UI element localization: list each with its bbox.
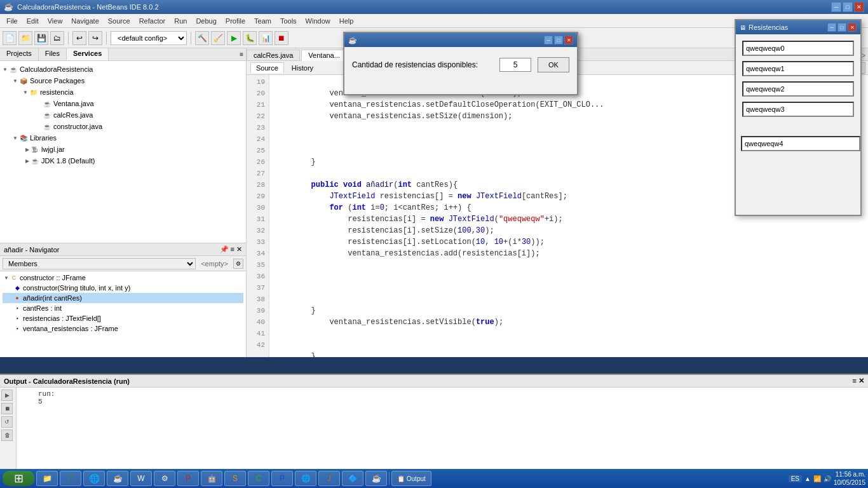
taskbar-item-sublime[interactable]: S [224,471,246,486]
tab-projects[interactable]: Projects [0,48,39,60]
codeblocks-icon: C [254,473,264,484]
tab-history[interactable]: History [287,63,318,73]
menu-profile[interactable]: Profile [222,16,249,26]
dialog-minimize-button[interactable]: ─ [544,36,553,44]
res-maximize-button[interactable]: □ [837,23,846,32]
dialog-maximize-button[interactable]: □ [554,36,563,44]
taskbar-item-browser[interactable]: 🌐 [295,471,316,486]
tab-ventana[interactable]: Ventana... [301,50,347,61]
nav-item-anadir[interactable]: ● añadir(int cantRes) [3,293,243,303]
menu-view[interactable]: View [44,16,67,26]
nav-item-constructor-class[interactable]: ▼ C constructor :: JFrame [3,273,243,283]
build-button[interactable]: 🔨 [195,31,209,45]
tree-source-packages[interactable]: ▼ 📦 Source Packages [3,75,243,86]
menu-file[interactable]: File [3,16,22,26]
output-close-icon[interactable]: ✕ [858,377,864,385]
config-dropdown[interactable]: <default config> [111,31,187,45]
nav-menu-icon[interactable]: ≡ [231,245,234,254]
nav-item-ventana[interactable]: ▪ ventana_resistencias : JFrame [3,323,243,334]
menu-debug[interactable]: Debug [192,16,220,26]
output-run-icon[interactable]: ▶ [1,390,13,401]
res-field-3[interactable] [742,102,854,117]
menu-tools[interactable]: Tools [276,16,301,26]
menu-source[interactable]: Source [104,16,134,26]
minimize-button[interactable]: ─ [831,2,841,12]
tree-lwjgl-jar[interactable]: ▶ 🗜 lwjgl.jar [3,144,243,155]
debug-button[interactable]: 🐛 [243,31,257,45]
taskbar-item-word2[interactable]: P [271,471,293,486]
tree-ventana-java[interactable]: ☕ Ventana.java [3,98,243,109]
output-menu-icon[interactable]: ≡ [853,377,857,385]
menu-navigate[interactable]: Navigate [67,16,102,26]
res-field-0[interactable] [742,41,854,56]
taskbar-item-pickit[interactable]: P [177,471,199,486]
save-button[interactable]: 💾 [34,31,48,45]
close-button[interactable]: ✕ [854,2,864,12]
taskbar-item-3d[interactable]: 🔷 [342,471,363,486]
maximize-button[interactable]: □ [843,2,853,12]
menu-team[interactable]: Team [250,16,275,26]
tree-resistencia-pkg[interactable]: ▼ 📁 resistencia [3,86,243,98]
nav-pin-icon[interactable]: 📌 [220,245,229,254]
open-project-button[interactable]: 📁 [18,31,32,45]
menu-refactor[interactable]: Refactor [135,16,170,26]
res-minimize-button[interactable]: ─ [827,23,836,32]
output-stop-icon[interactable]: ⏹ [1,403,13,414]
taskbar-item-codeblocks[interactable]: C [248,471,269,486]
tab-source[interactable]: Source [250,62,284,73]
menu-window[interactable]: Window [302,16,334,26]
stop-button[interactable]: ⏹ [275,31,288,45]
output-rerun-icon[interactable]: ↺ [1,416,13,428]
taskbar-item-chrome[interactable]: 🌐 [83,471,105,486]
taskbar-item-explorer[interactable]: 📁 [36,471,58,486]
taskbar-item-android[interactable]: 🤖 [201,471,222,486]
start-button[interactable]: ⊞ [3,471,34,486]
dialog-value-input[interactable] [499,58,531,72]
tab-files[interactable]: Files [39,48,67,60]
taskbar: ⊞ 📁 🎵 🌐 ☕ W ⚙ P 🤖 S C P 🌐 J 🔷 ☕ [0,469,868,488]
output-clear-icon[interactable]: 🗑 [1,430,13,441]
menu-run[interactable]: Run [170,16,191,26]
tab-services[interactable]: Services [67,48,109,60]
tree-project-root[interactable]: ▼ ☕ CalculadoraResistencia [3,64,243,75]
project-label: CalculadoraResistencia [20,65,93,73]
dialog-ok-button[interactable]: OK [538,57,569,72]
menu-edit[interactable]: Edit [23,16,43,26]
dialog-close-button[interactable]: ✕ [564,36,573,44]
nav-item-constructor-method[interactable]: ◆ constructor(String titulo, int x, int … [3,283,243,293]
res-field-4[interactable] [741,136,860,151]
redo-button[interactable]: ↪ [88,31,102,45]
taskbar-item-media[interactable]: 🎵 [60,471,81,486]
nav-item-cantres[interactable]: ▪ cantRes : int [3,303,243,313]
res-close-button[interactable]: ✕ [848,23,857,32]
nav-close-icon[interactable]: ✕ [236,245,242,254]
tab-calcres[interactable]: calcRes.java [247,50,300,60]
menu-help[interactable]: Help [336,16,358,26]
profile-button[interactable]: 📊 [259,31,273,45]
panel-menu-icon[interactable]: ≡ [240,51,243,58]
tree-libraries[interactable]: ▼ 📚 Libraries [3,132,243,144]
folder-icon: 📦 [18,76,29,86]
taskbar-item-java[interactable]: ☕ [365,471,387,486]
save-all-button[interactable]: 🗂 [50,31,64,45]
navigator-filter-dropdown[interactable]: Members [3,258,196,269]
taskbar-item-netbeans[interactable]: ☕ [107,471,128,486]
clean-build-button[interactable]: 🧹 [211,31,225,45]
nav-settings-icon[interactable]: ⚙ [233,259,243,269]
undo-button[interactable]: ↩ [72,31,86,45]
tree-jdk[interactable]: ▶ ☕ JDK 1.8 (Default) [3,155,243,166]
taskbar-item-javaide[interactable]: J [318,471,340,486]
taskbar-output-item[interactable]: 📋 Output [391,471,431,486]
res-field-1[interactable] [742,61,854,76]
taskbar-item-word[interactable]: W [130,471,152,486]
tree-constructor-java[interactable]: ☕ constructor.java [3,121,243,132]
run-button[interactable]: ▶ [227,31,241,45]
taskbar-item-arduino[interactable]: ⚙ [154,471,175,486]
res-field-2[interactable] [742,81,854,97]
new-file-button[interactable]: 📄 [3,31,17,45]
jdk-label: JDK 1.8 (Default) [41,157,95,165]
libraries-icon: 📚 [18,133,29,143]
tray-time[interactable]: 11:56 a.m. 10/05/2015 [834,470,865,487]
tree-calcres-java[interactable]: ☕ calcRes.java [3,109,243,121]
nav-item-resistencias[interactable]: ▪ resistencias : JTextField[] [3,313,243,323]
